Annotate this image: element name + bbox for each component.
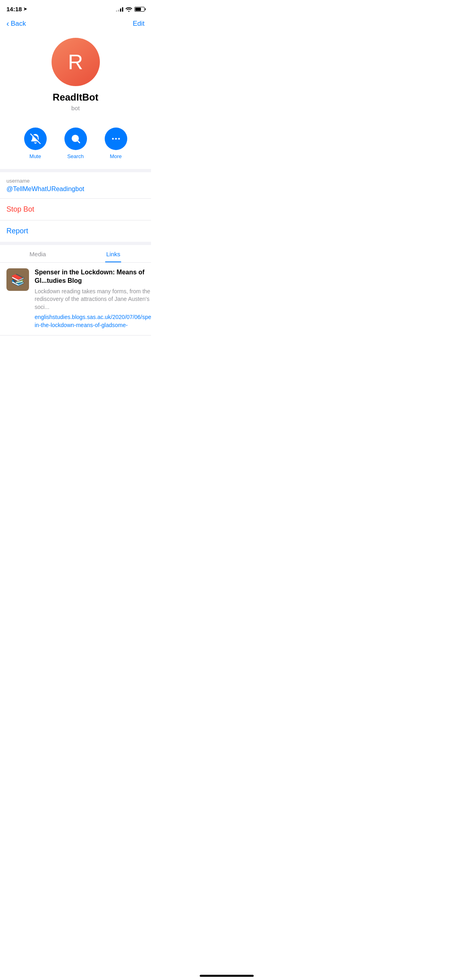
profile-section: R ReadItBot bot xyxy=(0,35,151,121)
link-thumbnail: 📚 xyxy=(6,268,29,291)
more-label: More xyxy=(110,153,122,159)
wifi-icon xyxy=(126,7,132,12)
mute-button[interactable]: Mute xyxy=(24,128,47,159)
status-time: 14:18 ➤ xyxy=(6,6,27,12)
more-button[interactable]: More xyxy=(105,128,127,159)
stop-bot-button[interactable]: Stop Bot xyxy=(0,199,151,220)
status-icons xyxy=(116,7,145,12)
tab-links-label: Links xyxy=(106,251,120,257)
more-icon-circle xyxy=(105,128,127,150)
avatar: R xyxy=(52,38,100,86)
info-section: username @TellMeWhatUReadingbot Stop Bot… xyxy=(0,172,151,242)
search-button[interactable]: Search xyxy=(64,128,87,159)
report-label: Report xyxy=(6,227,28,235)
search-icon-circle xyxy=(64,128,87,150)
bell-slash-icon xyxy=(30,134,41,144)
profile-name: ReadItBot xyxy=(53,92,98,103)
link-description: Lockdown reading takes many forms, from … xyxy=(35,288,151,311)
signal-icon xyxy=(116,7,123,12)
search-label: Search xyxy=(67,153,84,159)
location-arrow-icon: ➤ xyxy=(23,6,27,12)
back-label: Back xyxy=(11,20,26,28)
mute-icon-circle xyxy=(24,128,47,150)
back-button[interactable]: ‹ Back xyxy=(6,19,26,28)
tabs-section: Media Links 📚 Spenser in the Lockdown: M… xyxy=(0,245,151,336)
status-bar: 14:18 ➤ xyxy=(0,0,151,16)
chevron-left-icon: ‹ xyxy=(6,19,9,28)
tab-media-label: Media xyxy=(29,251,46,257)
tabs-header: Media Links xyxy=(0,245,151,263)
svg-point-4 xyxy=(115,138,116,140)
nav-bar: ‹ Back Edit xyxy=(0,16,151,35)
report-button[interactable]: Report xyxy=(0,220,151,242)
username-label: username xyxy=(6,178,145,184)
section-divider-1 xyxy=(0,169,151,172)
svg-line-2 xyxy=(78,141,80,143)
profile-subtitle: bot xyxy=(71,105,80,111)
svg-point-5 xyxy=(118,138,120,140)
username-value: @TellMeWhatUReadingbot xyxy=(6,185,145,193)
tab-media[interactable]: Media xyxy=(0,245,76,262)
battery-icon xyxy=(134,7,145,12)
section-divider-2 xyxy=(0,242,151,245)
link-card[interactable]: 📚 Spenser in the Lockdown: Means of Gl..… xyxy=(0,263,151,336)
ellipsis-icon xyxy=(111,134,121,144)
search-icon xyxy=(70,134,81,144)
svg-point-3 xyxy=(112,138,114,140)
book-icon: 📚 xyxy=(11,273,25,286)
mute-label: Mute xyxy=(29,153,41,159)
avatar-letter: R xyxy=(68,50,83,74)
link-content: Spenser in the Lockdown: Means of Gl...t… xyxy=(35,268,151,329)
time-display: 14:18 xyxy=(6,6,22,12)
action-buttons-row: Mute Search More xyxy=(0,121,151,169)
tab-links[interactable]: Links xyxy=(76,245,151,262)
username-row: username @TellMeWhatUReadingbot xyxy=(0,172,151,199)
link-url[interactable]: englishstudies.blogs.sas.ac.uk/2020/07/0… xyxy=(35,313,151,329)
stop-bot-label: Stop Bot xyxy=(6,205,34,213)
edit-button[interactable]: Edit xyxy=(133,20,145,28)
link-title: Spenser in the Lockdown: Means of Gl...t… xyxy=(35,268,151,285)
